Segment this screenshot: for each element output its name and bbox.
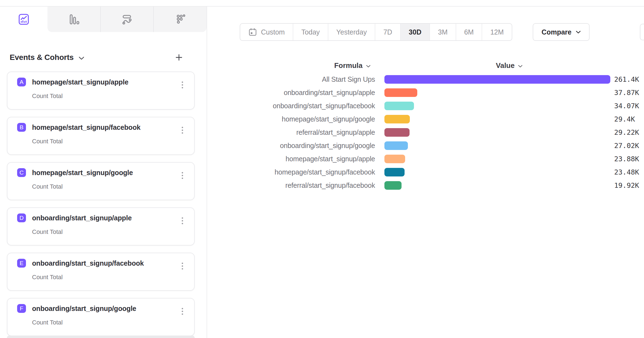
- formula-column-header[interactable]: Formula: [334, 61, 371, 70]
- event-name: onboarding/start_signup/google: [32, 305, 136, 313]
- flow-chart-icon: [121, 13, 133, 26]
- event-card[interactable]: A homepage/start_signup/apple Count Tota…: [7, 72, 195, 110]
- event-card[interactable]: C homepage/start_signup/google Count Tot…: [7, 162, 195, 200]
- compare-button[interactable]: Compare: [533, 23, 590, 41]
- date-range-option[interactable]: Today: [293, 24, 328, 40]
- events-section-title: Events & Cohorts: [7, 53, 74, 62]
- value-column-header[interactable]: Value: [496, 61, 523, 70]
- tab-bar-chart[interactable]: [47, 7, 100, 32]
- date-range-option[interactable]: 7D: [375, 24, 400, 40]
- date-range-option[interactable]: 3M: [429, 24, 456, 40]
- kebab-menu-icon[interactable]: [179, 306, 186, 317]
- event-card[interactable]: F onboarding/start_signup/google Count T…: [7, 298, 195, 336]
- tab-flow-chart[interactable]: [100, 7, 154, 32]
- events-section-header: Events & Cohorts: [7, 52, 195, 62]
- chart-row: onboarding/start_signup/facebook 34.07K: [208, 99, 644, 112]
- chart-row-value: 261.4K: [614, 75, 639, 83]
- event-metric[interactable]: Count Total: [32, 274, 184, 281]
- event-list: A homepage/start_signup/apple Count Tota…: [7, 72, 202, 336]
- kebab-menu-icon[interactable]: [179, 215, 186, 226]
- date-range-option[interactable]: Yesterday: [328, 24, 375, 40]
- compare-label: Compare: [542, 28, 571, 36]
- chart-row-value: 37.87K: [614, 89, 639, 97]
- chart-row-label: All Start Sign Ups: [208, 75, 375, 83]
- date-range-option[interactable]: 12M: [482, 24, 512, 40]
- chart-bar[interactable]: [384, 115, 410, 123]
- chevron-down-icon: [366, 65, 371, 68]
- event-card[interactable]: B homepage/start_signup/facebook Count T…: [7, 117, 195, 155]
- event-badge: C: [17, 168, 26, 177]
- chart-type-tabbar: [0, 7, 207, 32]
- event-card[interactable]: D onboarding/start_signup/apple Count To…: [7, 207, 195, 245]
- chart-row-label: referral/start_signup/facebook: [208, 181, 375, 189]
- bar-chart-icon: [67, 13, 80, 26]
- event-name: onboarding/start_signup/apple: [32, 214, 132, 222]
- chart-row: homepage/start_signup/google 29.4K: [208, 112, 644, 126]
- chart-bar[interactable]: [384, 181, 402, 190]
- chart-row: homepage/start_signup/facebook 23.48K: [208, 165, 644, 179]
- chart-row-value: 34.07K: [614, 102, 639, 110]
- event-name: homepage/start_signup/google: [32, 169, 133, 177]
- chart-bar[interactable]: [384, 75, 610, 84]
- tab-line-chart[interactable]: [0, 7, 47, 32]
- chart-row-label: referral/start_signup/apple: [208, 128, 375, 136]
- chevron-down-icon: [576, 31, 581, 34]
- date-range-option[interactable]: 6M: [456, 24, 482, 40]
- kebab-menu-icon[interactable]: [179, 125, 186, 136]
- line-chart-icon: [17, 13, 30, 26]
- chart-row-label: homepage/start_signup/google: [208, 115, 375, 123]
- calendar-icon: [248, 28, 257, 36]
- event-name: homepage/start_signup/facebook: [32, 123, 141, 131]
- event-metric[interactable]: Count Total: [32, 93, 184, 100]
- chart-row-label: onboarding/start_signup/facebook: [208, 102, 375, 110]
- date-range-option[interactable]: Custom: [240, 24, 293, 40]
- chart-row-label: onboarding/start_signup/google: [208, 142, 375, 150]
- chart-row: referral/start_signup/facebook 19.92K: [208, 179, 644, 192]
- report-main-panel: Custom Today Yesterday 7D 30D 3M 6M 12M …: [208, 7, 644, 338]
- add-event-button[interactable]: [174, 53, 184, 62]
- event-metric[interactable]: Count Total: [32, 228, 184, 236]
- event-badge: E: [17, 259, 26, 268]
- event-metric[interactable]: Count Total: [32, 138, 184, 145]
- date-range-toolbar: Custom Today Yesterday 7D 30D 3M 6M 12M …: [240, 23, 590, 41]
- date-range-picker: Custom Today Yesterday 7D 30D 3M 6M 12M: [240, 23, 512, 41]
- insights-report-page: Events & Cohorts A homepage/start_signup…: [0, 0, 644, 338]
- chart-row-value: 29.4K: [614, 115, 635, 123]
- query-builder-panel: Events & Cohorts A homepage/start_signup…: [0, 7, 207, 338]
- chart-bar[interactable]: [384, 155, 405, 163]
- chart-row-value: 19.92K: [614, 181, 639, 189]
- chart-row: All Start Sign Ups 261.4K: [208, 73, 644, 86]
- chart-column-headers: Formula Value: [208, 61, 644, 72]
- chart-row: onboarding/start_signup/google 27.02K: [208, 139, 644, 152]
- event-badge: F: [17, 304, 26, 313]
- chart-row-value: 27.02K: [614, 142, 639, 150]
- event-badge: D: [17, 213, 26, 222]
- chart-row-label: homepage/start_signup/apple: [208, 155, 375, 163]
- chart-bar[interactable]: [384, 102, 414, 110]
- chart-bar[interactable]: [384, 168, 405, 176]
- horizontal-bar-chart: All Start Sign Ups 261.4K onboarding/sta…: [208, 73, 644, 192]
- metric-dots-icon: [174, 13, 187, 26]
- tab-metric[interactable]: [153, 7, 207, 32]
- chart-bar[interactable]: [384, 88, 417, 97]
- chart-row-value: 23.48K: [614, 168, 639, 176]
- event-name: onboarding/start_signup/facebook: [32, 259, 144, 267]
- chart-row: referral/start_signup/apple 29.22K: [208, 126, 644, 139]
- clipped-toolbar-button[interactable]: [640, 24, 644, 40]
- chart-bar[interactable]: [384, 141, 408, 150]
- kebab-menu-icon[interactable]: [179, 79, 186, 90]
- chart-bar[interactable]: [384, 128, 410, 137]
- date-range-option[interactable]: 30D: [400, 24, 429, 40]
- event-metric[interactable]: Count Total: [32, 183, 184, 190]
- chart-row-value: 23.88K: [614, 155, 639, 163]
- kebab-menu-icon[interactable]: [179, 170, 186, 181]
- kebab-menu-icon[interactable]: [179, 260, 186, 271]
- event-name: homepage/start_signup/apple: [32, 78, 128, 86]
- event-badge: B: [17, 123, 26, 132]
- chart-type-tab-group: [47, 7, 207, 32]
- chevron-down-icon[interactable]: [79, 57, 84, 60]
- event-card[interactable]: E onboarding/start_signup/facebook Count…: [7, 253, 195, 291]
- chart-row-value: 29.22K: [614, 128, 639, 136]
- chevron-down-icon: [518, 65, 522, 68]
- event-metric[interactable]: Count Total: [32, 319, 184, 326]
